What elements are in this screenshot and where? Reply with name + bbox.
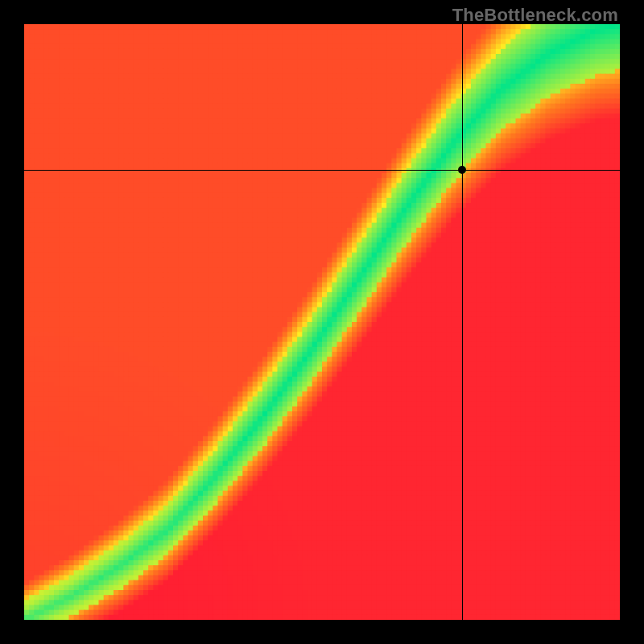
crosshair-horizontal (24, 170, 620, 171)
crosshair-vertical (462, 24, 463, 620)
chart-container: TheBottleneck.com (0, 0, 644, 644)
selection-marker[interactable] (458, 166, 466, 174)
watermark: TheBottleneck.com (452, 5, 618, 26)
bottleneck-heatmap (24, 24, 620, 620)
